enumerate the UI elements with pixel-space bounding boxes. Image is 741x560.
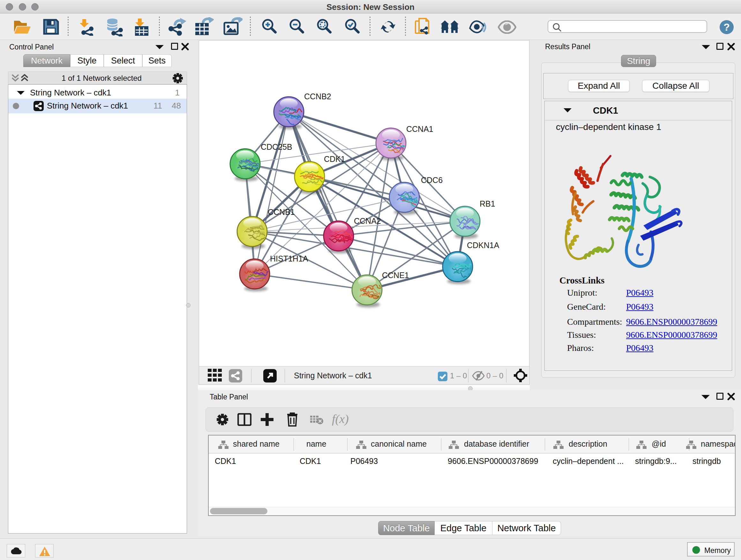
svg-text:CDK1: CDK1: [324, 154, 345, 164]
svg-text:?: ?: [724, 21, 730, 33]
svg-text:CDC6: CDC6: [421, 176, 443, 185]
svg-text:CDC25B: CDC25B: [261, 142, 292, 151]
svg-text:CCNE1: CCNE1: [382, 271, 409, 280]
svg-text:RB1: RB1: [480, 199, 495, 208]
svg-text:CCNB1: CCNB1: [268, 207, 295, 216]
svg-text:CCNB2: CCNB2: [304, 92, 331, 101]
svg-text:CCNA1: CCNA1: [406, 125, 433, 133]
svg-text:CDKN1A: CDKN1A: [467, 241, 499, 250]
svg-text:HIST1H1A: HIST1H1A: [270, 254, 308, 263]
svg-text:CCNA2: CCNA2: [354, 216, 381, 226]
